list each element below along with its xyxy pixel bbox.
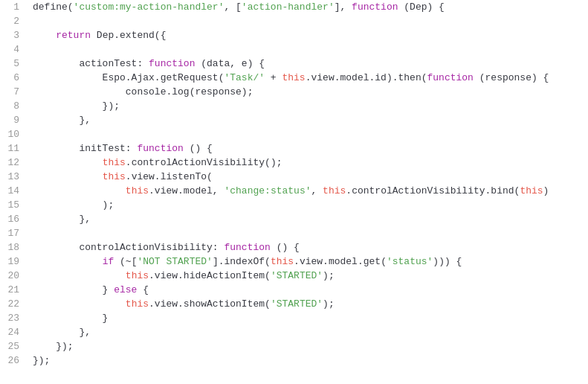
- code-line: this.view.model, 'change:status', this.c…: [33, 184, 588, 198]
- code-line: Espo.Ajax.getRequest('Task/' + this.view…: [33, 71, 588, 85]
- code-line: },: [33, 325, 588, 339]
- line-number: 14: [7, 184, 19, 198]
- line-number: 2: [7, 14, 19, 28]
- line-number: 16: [7, 212, 19, 226]
- line-number: 6: [7, 71, 19, 85]
- code-line: controlActionVisibility: function () {: [33, 240, 588, 255]
- code-line: }: [33, 311, 588, 325]
- line-number: 7: [7, 85, 19, 99]
- code-line: define('custom:my-action-handler', ['act…: [33, 0, 588, 14]
- line-number: 26: [7, 353, 19, 368]
- code-line: });: [33, 339, 588, 353]
- line-numbers: 1234567891011121314151617181920212223242…: [0, 0, 27, 384]
- code-content[interactable]: define('custom:my-action-handler', ['act…: [27, 0, 588, 384]
- code-line: },: [33, 113, 588, 127]
- line-number: 15: [7, 198, 19, 212]
- line-number: 11: [7, 141, 19, 156]
- code-line: if (~['NOT STARTED'].indexOf(this.view.m…: [33, 255, 588, 269]
- code-line: },: [33, 212, 588, 226]
- line-number: 4: [7, 42, 19, 57]
- code-line: initTest: function () {: [33, 141, 588, 156]
- code-line: this.view.hideActionItem('STARTED');: [33, 269, 588, 283]
- line-number: 22: [7, 297, 19, 311]
- line-number: 19: [7, 255, 19, 269]
- code-line: } else {: [33, 283, 588, 297]
- line-number: 9: [7, 113, 19, 127]
- code-line: });: [33, 353, 588, 368]
- code-line: return Dep.extend({: [33, 28, 588, 42]
- code-line: });: [33, 99, 588, 113]
- code-line: this.view.showActionItem('STARTED');: [33, 297, 588, 311]
- line-number: 13: [7, 170, 19, 184]
- line-number: 18: [7, 240, 19, 255]
- line-number: 12: [7, 156, 19, 170]
- code-line: this.view.listenTo(: [33, 170, 588, 184]
- line-number: 25: [7, 339, 19, 353]
- line-number: 23: [7, 311, 19, 325]
- line-number: 3: [7, 28, 19, 42]
- line-number: 10: [7, 127, 19, 141]
- line-number: 5: [7, 57, 19, 71]
- code-line: [33, 42, 588, 57]
- code-line: actionTest: function (data, e) {: [33, 57, 588, 71]
- code-line: console.log(response);: [33, 85, 588, 99]
- code-line: this.controlActionVisibility();: [33, 156, 588, 170]
- code-editor: 1234567891011121314151617181920212223242…: [0, 0, 588, 384]
- line-number: 8: [7, 99, 19, 113]
- code-line: [33, 127, 588, 141]
- code-line: );: [33, 198, 588, 212]
- line-number: 1: [7, 0, 19, 14]
- code-line: [33, 14, 588, 28]
- line-number: 21: [7, 283, 19, 297]
- line-number: 24: [7, 325, 19, 339]
- line-number: 20: [7, 269, 19, 283]
- line-number: 17: [7, 226, 19, 240]
- code-line: [33, 226, 588, 240]
